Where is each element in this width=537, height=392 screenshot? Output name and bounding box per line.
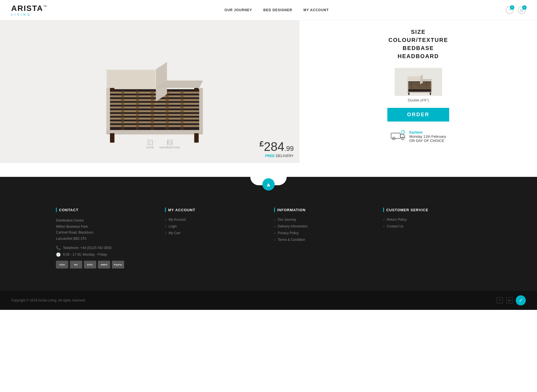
clock-icon: 🕐: [56, 252, 61, 257]
footer-link-my-cart[interactable]: My Cart: [165, 231, 263, 235]
svg-rect-44: [411, 82, 412, 92]
step-colour[interactable]: COLOUR/TEXTURE: [388, 37, 448, 43]
nav-my-account[interactable]: MY ACCOUNT: [303, 8, 329, 12]
svg-rect-18: [181, 91, 184, 130]
delivery-choice: OR DAY OF CHOICE: [409, 139, 446, 143]
payment-visa: VISA: [56, 261, 68, 269]
svg-rect-46: [426, 82, 427, 92]
trademark-symbol: ™: [43, 4, 48, 9]
footer-customer-service-section: CUSTOMER SERVICE Return Policy Contact U…: [383, 208, 481, 269]
truck-icon-svg: [391, 130, 406, 141]
footer: CONTACT Distribution Centre Witton Busin…: [0, 191, 537, 291]
header: ARISTA™ LIVING OUR JOURNEY BED DESIGNER …: [0, 0, 537, 20]
social-icon-1[interactable]: f: [497, 297, 503, 303]
information-button[interactable]: INFORMATION: [159, 140, 180, 149]
footer-link-contact-us[interactable]: Contact Us: [383, 224, 481, 228]
svg-rect-24: [110, 88, 114, 92]
svg-rect-22: [110, 133, 114, 143]
logo-arista-text: ARISTA™: [11, 4, 48, 13]
svg-rect-21: [106, 130, 203, 134]
save-info-area: ☐ SAVE INFORMATION: [146, 140, 180, 149]
step-bedbase[interactable]: BEDBASE: [403, 45, 434, 51]
step-size[interactable]: SIZE: [411, 29, 425, 35]
phone-icon: 📞: [56, 246, 61, 250]
svg-rect-16: [151, 91, 154, 130]
svg-rect-49: [407, 92, 432, 93]
payment-discover: DISC: [84, 261, 96, 269]
bed-icon-svg: [168, 139, 172, 146]
svg-rect-23: [194, 133, 199, 143]
svg-rect-47: [407, 81, 408, 92]
footer-account-section: MY ACCOUNT My Account Login My Cart: [165, 208, 263, 269]
bed-thumbnail-image: [395, 68, 442, 96]
payment-mastercard: MC: [70, 261, 82, 269]
svg-rect-20: [199, 88, 203, 132]
footer-link-my-account[interactable]: My Account: [165, 218, 263, 222]
svg-rect-51: [430, 92, 431, 95]
footer-link-delivery[interactable]: Delivery Inforamtion: [274, 224, 372, 228]
cart-button[interactable]: 🛒 0: [518, 6, 526, 14]
delivery-truck-icon: [391, 130, 406, 143]
product-image-panel: ☐ SAVE INFORMATION £284.99: [0, 20, 299, 163]
svg-rect-19: [106, 88, 110, 132]
svg-rect-28: [168, 142, 172, 143]
social-icon-2[interactable]: in: [506, 297, 512, 303]
information-icon: [167, 140, 172, 145]
product-config-panel: SIZE COLOUR/TEXTURE BEDBASE HEADBOARD: [299, 20, 537, 163]
header-icons: ♡ 0 🛒 0: [506, 6, 526, 14]
footer-information-title: INFORMATION: [274, 208, 372, 212]
svg-rect-14: [121, 91, 124, 130]
contact-hours: 🕐 9:30 - 17:30, Monday - Friday: [56, 252, 154, 257]
product-area: ☐ SAVE INFORMATION £284.99: [0, 20, 537, 163]
main-nav: OUR JOURNEY BED DESIGNER MY ACCOUNT: [225, 8, 329, 12]
svg-rect-17: [166, 91, 169, 130]
logo[interactable]: ARISTA™ LIVING: [11, 4, 48, 16]
footer-contact-section: CONTACT Distribution Centre Witton Busin…: [56, 208, 154, 269]
wave-divider: ▲: [0, 177, 537, 191]
footer-grid: CONTACT Distribution Centre Witton Busin…: [56, 208, 481, 269]
copyright-icons: f in ✓: [497, 295, 526, 305]
delivery-date: Monday 11th February: [409, 134, 446, 139]
footer-link-return-policy[interactable]: Return Policy: [383, 218, 481, 222]
delivery-info: Earliest Monday 11th February OR DAY OF …: [391, 130, 446, 143]
copyright-text: Copyright © 2019 Arista Living. All righ…: [11, 298, 86, 302]
price-area: £284.99 FREE DELIVERY: [260, 139, 294, 158]
footer-customer-service-title: CUSTOMER SERVICE: [383, 208, 481, 212]
gap-section: [0, 163, 537, 177]
svg-rect-30: [168, 143, 168, 144]
save-button[interactable]: ☐ SAVE: [146, 140, 154, 149]
wishlist-count: 0: [510, 5, 514, 10]
order-button[interactable]: ORDER: [387, 108, 449, 122]
nav-bed-designer[interactable]: BED DESIGNER: [263, 8, 292, 12]
step-headboard[interactable]: HEADBOARD: [398, 53, 439, 60]
delivery-text-area: Earliest Monday 11th February OR DAY OF …: [409, 130, 446, 143]
footer-information-section: INFORMATION Our Journey Delivery Inforam…: [274, 208, 372, 269]
svg-rect-50: [408, 92, 409, 95]
price-display: £284.99: [260, 139, 294, 154]
bed-thumbnail-svg: [396, 69, 441, 95]
wishlist-button[interactable]: ♡ 0: [506, 6, 514, 14]
footer-contact-title: CONTACT: [56, 208, 154, 212]
footer-link-our-journey[interactable]: Our Journey: [274, 218, 372, 222]
shield-badge: ✓: [516, 295, 526, 305]
scroll-up-button[interactable]: ▲: [262, 178, 275, 191]
bed-illustration: [63, 36, 236, 148]
svg-rect-15: [136, 91, 139, 130]
save-icon: ☐: [148, 140, 153, 145]
payment-icons: VISA MC DISC AMEX PayPal: [56, 261, 154, 269]
payment-paypal: PayPal: [112, 261, 124, 269]
svg-point-59: [402, 138, 403, 139]
copyright-bar: Copyright © 2019 Arista Living. All righ…: [0, 291, 537, 310]
svg-rect-48: [431, 81, 432, 92]
logo-living-text: LIVING: [11, 13, 31, 16]
delivery-label: FREE DELIVERY: [265, 154, 294, 158]
payment-amex: AMEX: [98, 261, 110, 269]
footer-link-privacy[interactable]: Privacy Policy: [274, 231, 372, 235]
svg-rect-31: [171, 143, 172, 144]
config-steps: SIZE COLOUR/TEXTURE BEDBASE HEADBOARD: [388, 29, 448, 60]
footer-link-login[interactable]: Login: [165, 224, 263, 228]
footer-account-title: MY ACCOUNT: [165, 208, 263, 212]
footer-link-terms[interactable]: Terms & Condition: [274, 238, 372, 242]
svg-point-57: [393, 138, 394, 139]
nav-our-journey[interactable]: OUR JOURNEY: [225, 8, 252, 12]
